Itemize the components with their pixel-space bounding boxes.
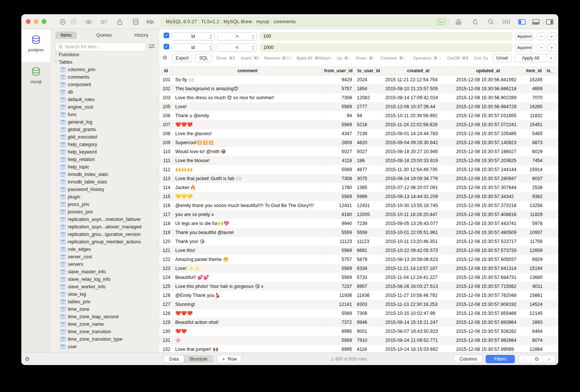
table-cell[interactable]: 9946 — [355, 318, 383, 327]
filter2-checkbox[interactable]: ✓ — [164, 44, 169, 49]
table-cell[interactable]: 2015-12-08 15:30:57.307644 — [454, 183, 523, 192]
sidebar-table-item[interactable]: help_keyword — [51, 148, 159, 156]
table-row[interactable]: 113Love that jacket! Outfit is fab 🙌🏻730… — [159, 174, 558, 183]
table-cell[interactable]: 5569 — [322, 246, 355, 255]
sidebar-table-item[interactable]: func — [51, 111, 159, 118]
sidebar-table-item[interactable]: default_roles — [51, 96, 159, 103]
tab-structure[interactable]: Structure — [184, 355, 213, 363]
table-cell[interactable] — [545, 318, 558, 327]
table-cell[interactable]: 2015-12-08 15:30:57.855466 — [454, 309, 523, 318]
table-cell[interactable]: 5569 — [322, 192, 355, 201]
table-cell[interactable]: 7308 — [355, 309, 383, 318]
table-cell[interactable]: This background is amazing😍 — [173, 84, 322, 93]
table-row[interactable]: 111Love the blouse!41181862015-08-18 23:… — [159, 156, 558, 165]
table-cell[interactable]: 2015-08-18 20:27:10.945 — [383, 147, 454, 156]
table-cell[interactable]: 4659 — [523, 84, 545, 93]
group-tables[interactable]: › Tables — [51, 58, 159, 66]
table-cell[interactable]: 110 — [159, 147, 173, 156]
table-cell[interactable] — [545, 327, 558, 336]
table-cell[interactable]: 2015-11-04 12:24:41.227 — [383, 273, 454, 282]
table-cell[interactable] — [545, 84, 558, 93]
table-cell[interactable]: 8037 — [523, 174, 545, 183]
table-cell[interactable]: 8074 — [523, 336, 545, 345]
table-cell[interactable]: 2015-12-08 15:30:57.962664 — [454, 336, 523, 345]
table-cell[interactable]: 4118 — [322, 156, 355, 165]
table-cell[interactable]: 2015-12-08 15:30:57.373218 — [454, 201, 523, 210]
table-row[interactable]: 112🙌🙌🙌556948772015-11-30 12:54:49.735201… — [159, 165, 558, 174]
table-cell[interactable]: 5027 — [355, 147, 383, 156]
table-cell[interactable]: 2015-07-12 06:20:07.091 — [383, 183, 454, 192]
table-cell[interactable]: 11936 — [355, 291, 383, 300]
table-row[interactable]: 121Love this!556986912015-10-22 09:42:05… — [159, 246, 558, 255]
table-cell[interactable]: 2015-12-08 15:30:56.984729 — [454, 102, 523, 111]
table-cell[interactable]: 2015-10-15 10:02:47.99 — [383, 309, 454, 318]
table-cell[interactable]: 111 — [159, 156, 173, 165]
sidebar-table-item[interactable]: user — [51, 343, 159, 350]
filter1-applied-button[interactable]: Applied — [515, 33, 534, 40]
sidebar-table-item[interactable]: help_topic — [51, 163, 159, 171]
table-cell[interactable]: 2015-08-05 13:26:43.077 — [383, 219, 454, 228]
table-cell[interactable] — [545, 273, 558, 282]
sidebar-table-item[interactable]: proxies_priv — [51, 208, 159, 216]
table-cell[interactable]: 126 — [159, 291, 173, 300]
table-row[interactable]: 101So fly 🙌🏻942920242015-11-21 22:12:54.… — [159, 75, 558, 84]
table-cell[interactable]: 2015-12-08 15:30:57.480509 — [454, 228, 523, 237]
filter1-add-button[interactable]: + — [547, 33, 556, 40]
toggle-bottom-panel-icon[interactable] — [532, 18, 540, 26]
chart-icon[interactable] — [455, 18, 463, 26]
table-row[interactable]: 116@emily thank you soooo much beautiful… — [159, 201, 558, 210]
column-header-is_[interactable]: is_ — [545, 67, 558, 75]
table-cell[interactable] — [545, 300, 558, 309]
table-cell[interactable]: 2777 — [355, 102, 383, 111]
sidebar-table-item[interactable]: time_zone_transition — [51, 328, 159, 335]
sidebar-table-item[interactable]: replication_grou...iguration_version — [51, 231, 159, 238]
table-cell[interactable]: 7308 — [322, 93, 355, 102]
table-cell[interactable]: So fly 🙌🏻 — [173, 75, 322, 84]
filter2-add-button[interactable]: + — [547, 44, 556, 51]
table-cell[interactable] — [545, 255, 558, 264]
sidebar-table-item[interactable]: replication_asyn...nnection_failover — [51, 216, 159, 223]
table-cell[interactable]: 2015-10-24 18:15:03.692 — [383, 345, 454, 352]
table-cell[interactable]: 2015-12-08 15:30:57.523717 — [454, 237, 523, 246]
sidebar-table-item[interactable]: gtid_executed — [51, 133, 159, 141]
table-cell[interactable]: Thank u @emily — [173, 111, 322, 120]
table-cell[interactable]: 12141 — [322, 300, 355, 309]
table-cell[interactable]: Thank you beautiful @laurel — [173, 228, 322, 237]
table-cell[interactable]: 109 — [159, 138, 173, 147]
table-cell[interactable]: 122 — [159, 255, 173, 264]
table-cell[interactable]: 103 — [159, 93, 173, 102]
lock-icon[interactable] — [116, 18, 124, 26]
table-row[interactable]: 120Thank you! 😘11123111232015-10-11 13:2… — [159, 237, 558, 246]
search-input[interactable] — [65, 44, 143, 49]
table-cell[interactable]: 2015-12-08 15:30:57.808192 — [454, 300, 523, 309]
table-cell[interactable]: 2538 — [523, 183, 545, 192]
table-cell[interactable]: 7239 — [355, 129, 383, 138]
table-cell[interactable]: 2015-11-13 22:30:16.253 — [383, 300, 454, 309]
table-cell[interactable]: 4347 — [322, 129, 355, 138]
tab-items[interactable]: Items — [55, 31, 77, 39]
table-cell[interactable] — [545, 156, 558, 165]
columns-button[interactable]: Columns — [454, 355, 483, 363]
table-cell[interactable]: Beautiful!! 💕💕 — [173, 273, 322, 282]
table-cell[interactable]: ❤️❤️❤️ — [173, 309, 322, 318]
filter1-checkbox[interactable]: ✓ — [164, 33, 169, 38]
table-cell[interactable]: 10937 — [523, 228, 545, 237]
table-cell[interactable]: 1780 — [322, 183, 355, 192]
table-cell[interactable]: 4118 — [355, 345, 383, 352]
table-cell[interactable]: 2015-08-13 20:59:06.623 — [383, 255, 454, 264]
sidebar-table-item[interactable]: slow_log — [51, 291, 159, 298]
table-cell[interactable]: 101 — [159, 75, 173, 84]
column-header-updated_at[interactable]: updated_at — [454, 67, 523, 75]
table-cell[interactable]: 116 — [159, 201, 173, 210]
column-header-from_user_id[interactable]: from_user_id — [322, 67, 355, 75]
table-cell[interactable]: 2015-11-21 22:12:54.754 — [383, 75, 454, 84]
table-cell[interactable]: 6334 — [355, 264, 383, 273]
table-cell[interactable]: Stunning! — [173, 300, 322, 309]
table-cell[interactable]: Supercool💥💥💥 — [173, 138, 322, 147]
table-cell[interactable] — [545, 120, 558, 129]
table-cell[interactable]: 2015-12-08 15:30:57.34342 — [454, 192, 523, 201]
table-cell[interactable]: Beautiful action shot! — [173, 318, 322, 327]
table-row[interactable]: 123Love! ✨✨556963342015-11-21 14:13:57.1… — [159, 264, 558, 273]
table-cell[interactable]: 12884 — [523, 345, 545, 352]
table-cell[interactable]: 129 — [159, 318, 173, 327]
